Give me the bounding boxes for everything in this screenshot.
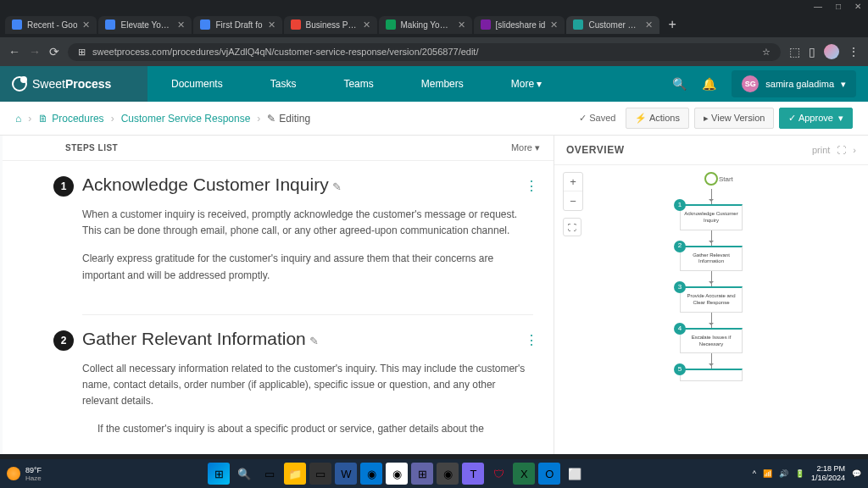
print-link[interactable]: print — [812, 145, 830, 155]
close-icon[interactable]: ✕ — [363, 19, 370, 30]
flow-node[interactable]: 3Provide Accurate and Clear Response — [680, 286, 743, 313]
forward-icon[interactable]: → — [29, 45, 41, 58]
extensions-icon[interactable]: ⬚ — [789, 45, 800, 58]
browser-tab[interactable]: Elevate Your I✕ — [98, 16, 192, 34]
logo[interactable]: SweetProcess — [0, 66, 147, 102]
clock[interactable]: 2:18 PM1/16/2024 — [811, 464, 845, 483]
step-menu-icon[interactable]: ⋮ — [525, 178, 538, 194]
window-close[interactable]: ✕ — [854, 2, 861, 11]
browser-tab[interactable]: First Draft fo✕ — [193, 16, 281, 34]
approve-button[interactable]: ✓ Approve ▾ — [779, 108, 853, 129]
steps-list-title: STEPS LIST — [65, 143, 118, 152]
home-icon[interactable]: ⌂ — [15, 113, 21, 125]
user-avatar: SG — [742, 75, 759, 92]
step-number: 1 — [53, 176, 74, 197]
volume-icon[interactable]: 🔊 — [779, 469, 788, 478]
bc-procedures[interactable]: Procedures — [52, 113, 103, 125]
chevron-right-icon[interactable]: › — [853, 145, 856, 155]
browser-tab[interactable]: Recent - Goo✕ — [5, 16, 97, 34]
battery-icon[interactable]: 🔋 — [795, 469, 804, 478]
tab-title: Making Your S — [401, 20, 453, 30]
wifi-icon[interactable]: 📶 — [763, 469, 772, 478]
teams-icon[interactable]: ⊞ — [411, 463, 433, 485]
browser-tab[interactable]: Business Proc✕ — [284, 16, 377, 34]
search-button[interactable]: 🔍 — [233, 463, 255, 485]
close-icon[interactable]: ✕ — [550, 19, 558, 30]
explorer-icon[interactable]: 📁 — [284, 463, 306, 485]
nav-more[interactable]: More ▾ — [487, 66, 566, 102]
expand-icon[interactable]: ⛶ — [837, 145, 846, 155]
app-icon[interactable]: ⬜ — [564, 463, 586, 485]
user-menu[interactable]: SG samira galadima ▾ — [732, 70, 856, 97]
mcafee-icon[interactable]: 🛡 — [487, 463, 509, 485]
app-icon[interactable]: T — [462, 463, 484, 485]
bc-procedure[interactable]: Customer Service Response — [121, 113, 251, 125]
menu-icon[interactable]: ⋮ — [848, 45, 860, 58]
start-button[interactable]: ⊞ — [208, 463, 230, 485]
steps-list: STEPS LIST More ▾ 1 ⋮ Acknowledge Custom… — [3, 136, 554, 454]
close-icon[interactable]: ✕ — [82, 19, 90, 30]
nav-tasks[interactable]: Tasks — [247, 66, 320, 102]
word-icon[interactable]: W — [335, 463, 357, 485]
favicon — [481, 19, 491, 30]
step-text[interactable]: Collect all necessary information relate… — [82, 361, 533, 438]
browser-tab[interactable]: Customer Ser✕ — [566, 16, 659, 34]
window-minimize[interactable]: — — [814, 2, 822, 11]
favicon — [291, 19, 301, 30]
steps-more-menu[interactable]: More ▾ — [511, 142, 540, 153]
sidepanel-icon[interactable]: ▯ — [809, 45, 815, 58]
flow-node[interactable]: 2Gather Relevant Information — [680, 246, 743, 272]
chrome-icon[interactable]: ◉ — [386, 463, 408, 485]
fullscreen-button[interactable]: ⛶ — [563, 218, 581, 236]
nav-teams[interactable]: Teams — [320, 66, 397, 102]
app-icon[interactable]: ◉ — [437, 463, 459, 485]
reload-icon[interactable]: ⟳ — [49, 45, 59, 58]
step-menu-icon[interactable]: ⋮ — [525, 332, 538, 348]
flow-node[interactable]: 5 — [680, 369, 743, 381]
flow-start-node[interactable] — [704, 172, 718, 186]
nav-documents[interactable]: Documents — [147, 66, 247, 102]
zoom-out-button[interactable]: − — [564, 191, 582, 210]
zoom-in-button[interactable]: + — [564, 173, 582, 191]
step-text[interactable]: When a customer inquiry is received, pro… — [82, 207, 533, 284]
flow-node[interactable]: 1Acknowledge Customer Inquiry — [680, 204, 743, 230]
flow-node-number: 5 — [674, 363, 686, 375]
taskview-button[interactable]: ▭ — [259, 463, 281, 485]
close-icon[interactable]: ✕ — [268, 19, 275, 30]
step-title[interactable]: Gather Relevant Information✎ — [82, 329, 533, 349]
logo-icon — [12, 76, 27, 92]
actions-button[interactable]: ⚡ Actions — [626, 108, 689, 129]
pencil-icon[interactable]: ✎ — [309, 335, 319, 347]
flow-node[interactable]: 4Escalate Issues if Necessary — [680, 328, 743, 354]
excel-icon[interactable]: X — [513, 463, 535, 485]
close-icon[interactable]: ✕ — [645, 19, 653, 30]
new-tab-button[interactable]: + — [661, 17, 682, 32]
logo-text: SweetProcess — [32, 77, 111, 91]
close-icon[interactable]: ✕ — [458, 19, 465, 30]
close-icon[interactable]: ✕ — [177, 19, 185, 30]
favicon — [200, 19, 210, 30]
outlook-icon[interactable]: O — [538, 463, 560, 485]
edge-icon[interactable]: ◉ — [360, 463, 382, 485]
search-icon[interactable]: 🔍 — [672, 77, 687, 91]
nav-members[interactable]: Members — [398, 66, 487, 102]
browser-tab[interactable]: [slideshare id✕ — [474, 16, 565, 34]
pencil-icon[interactable]: ✎ — [332, 180, 342, 193]
notifications-icon[interactable]: 💬 — [852, 469, 861, 478]
weather-widget[interactable]: 89°FHaze — [7, 466, 42, 482]
flow-start-label: Start — [719, 175, 733, 183]
user-name: samira galadima — [765, 79, 834, 89]
url-bar[interactable]: ⊞ sweetprocess.com/procedures/vjAZdlQ4qN… — [68, 43, 781, 61]
favicon — [105, 19, 115, 30]
back-icon[interactable]: ← — [8, 45, 20, 58]
browser-tab[interactable]: Making Your S✕ — [379, 16, 472, 34]
star-icon[interactable]: ☆ — [762, 47, 771, 58]
bell-icon[interactable]: 🔔 — [702, 77, 716, 91]
tray-chevron-icon[interactable]: ^ — [753, 469, 756, 478]
window-maximize[interactable]: □ — [836, 2, 841, 11]
app-icon[interactable]: ▭ — [309, 463, 331, 485]
profile-avatar[interactable] — [824, 44, 839, 59]
flow-node-number: 4 — [674, 323, 686, 335]
step-title[interactable]: Acknowledge Customer Inquiry✎ — [82, 175, 533, 195]
view-version-button[interactable]: ▸ View Version — [694, 108, 774, 129]
